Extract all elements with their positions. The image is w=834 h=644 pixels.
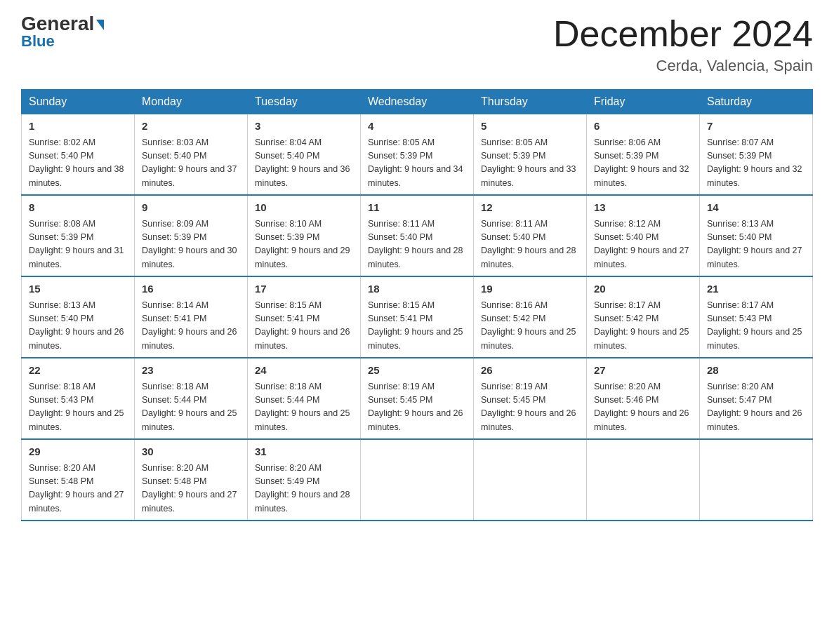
calendar-cell: 12Sunrise: 8:11 AMSunset: 5:40 PMDayligh… (474, 195, 587, 276)
calendar-cell: 18Sunrise: 8:15 AMSunset: 5:41 PMDayligh… (361, 276, 474, 358)
calendar-cell: 29Sunrise: 8:20 AMSunset: 5:48 PMDayligh… (22, 439, 135, 521)
day-info: Sunrise: 8:07 AMSunset: 5:39 PMDaylight:… (707, 136, 805, 191)
calendar-cell: 27Sunrise: 8:20 AMSunset: 5:46 PMDayligh… (587, 358, 700, 439)
day-number: 27 (594, 363, 692, 379)
month-title: December 2024 (553, 14, 813, 54)
day-info: Sunrise: 8:19 AMSunset: 5:45 PMDaylight:… (481, 380, 579, 435)
day-info: Sunrise: 8:20 AMSunset: 5:48 PMDaylight:… (29, 462, 127, 516)
day-info: Sunrise: 8:16 AMSunset: 5:42 PMDaylight:… (481, 299, 579, 354)
header-friday: Friday (587, 90, 700, 114)
day-number: 10 (255, 200, 353, 216)
day-number: 1 (29, 119, 127, 135)
header-monday: Monday (135, 90, 248, 114)
day-number: 2 (142, 119, 240, 135)
calendar-week-row: 1Sunrise: 8:02 AMSunset: 5:40 PMDaylight… (22, 114, 813, 196)
calendar-cell: 6Sunrise: 8:06 AMSunset: 5:39 PMDaylight… (587, 114, 700, 196)
logo: General Blue (21, 14, 104, 51)
calendar-cell: 22Sunrise: 8:18 AMSunset: 5:43 PMDayligh… (22, 358, 135, 439)
day-number: 9 (142, 200, 240, 216)
header-thursday: Thursday (474, 90, 587, 114)
calendar-cell: 4Sunrise: 8:05 AMSunset: 5:39 PMDaylight… (361, 114, 474, 196)
day-info: Sunrise: 8:05 AMSunset: 5:39 PMDaylight:… (481, 136, 579, 191)
day-info: Sunrise: 8:15 AMSunset: 5:41 PMDaylight:… (368, 299, 466, 354)
day-number: 30 (142, 444, 240, 460)
calendar-cell: 8Sunrise: 8:08 AMSunset: 5:39 PMDaylight… (22, 195, 135, 276)
calendar-week-row: 15Sunrise: 8:13 AMSunset: 5:40 PMDayligh… (22, 276, 813, 358)
day-number: 24 (255, 363, 353, 379)
calendar-cell: 28Sunrise: 8:20 AMSunset: 5:47 PMDayligh… (700, 358, 813, 439)
page-header: General Blue December 2024 Cerda, Valenc… (21, 14, 813, 75)
day-info: Sunrise: 8:06 AMSunset: 5:39 PMDaylight:… (594, 136, 692, 191)
calendar-cell: 20Sunrise: 8:17 AMSunset: 5:42 PMDayligh… (587, 276, 700, 358)
day-info: Sunrise: 8:02 AMSunset: 5:40 PMDaylight:… (29, 136, 127, 191)
day-number: 3 (255, 119, 353, 135)
day-number: 25 (368, 363, 466, 379)
day-info: Sunrise: 8:05 AMSunset: 5:39 PMDaylight:… (368, 136, 466, 191)
day-number: 4 (368, 119, 466, 135)
calendar-cell: 16Sunrise: 8:14 AMSunset: 5:41 PMDayligh… (135, 276, 248, 358)
day-info: Sunrise: 8:15 AMSunset: 5:41 PMDaylight:… (255, 299, 353, 354)
day-info: Sunrise: 8:20 AMSunset: 5:47 PMDaylight:… (707, 380, 805, 435)
calendar-week-row: 29Sunrise: 8:20 AMSunset: 5:48 PMDayligh… (22, 439, 813, 521)
day-info: Sunrise: 8:20 AMSunset: 5:49 PMDaylight:… (255, 462, 353, 516)
day-number: 17 (255, 281, 353, 297)
calendar-cell: 1Sunrise: 8:02 AMSunset: 5:40 PMDaylight… (22, 114, 135, 196)
day-number: 18 (368, 281, 466, 297)
day-number: 28 (707, 363, 805, 379)
logo-top-text: General (21, 14, 104, 34)
day-number: 13 (594, 200, 692, 216)
day-info: Sunrise: 8:03 AMSunset: 5:40 PMDaylight:… (142, 136, 240, 191)
day-info: Sunrise: 8:04 AMSunset: 5:40 PMDaylight:… (255, 136, 353, 191)
day-info: Sunrise: 8:13 AMSunset: 5:40 PMDaylight:… (29, 299, 127, 354)
day-number: 29 (29, 444, 127, 460)
day-number: 23 (142, 363, 240, 379)
logo-bottom-text: Blue (21, 32, 55, 51)
calendar-cell: 5Sunrise: 8:05 AMSunset: 5:39 PMDaylight… (474, 114, 587, 196)
day-info: Sunrise: 8:11 AMSunset: 5:40 PMDaylight:… (481, 217, 579, 272)
day-info: Sunrise: 8:09 AMSunset: 5:39 PMDaylight:… (142, 217, 240, 272)
calendar-week-row: 22Sunrise: 8:18 AMSunset: 5:43 PMDayligh… (22, 358, 813, 439)
calendar-cell: 13Sunrise: 8:12 AMSunset: 5:40 PMDayligh… (587, 195, 700, 276)
calendar-cell: 23Sunrise: 8:18 AMSunset: 5:44 PMDayligh… (135, 358, 248, 439)
header-tuesday: Tuesday (248, 90, 361, 114)
day-number: 11 (368, 200, 466, 216)
day-info: Sunrise: 8:18 AMSunset: 5:43 PMDaylight:… (29, 380, 127, 435)
day-number: 7 (707, 119, 805, 135)
day-info: Sunrise: 8:10 AMSunset: 5:39 PMDaylight:… (255, 217, 353, 272)
day-info: Sunrise: 8:13 AMSunset: 5:40 PMDaylight:… (707, 217, 805, 272)
calendar-cell: 21Sunrise: 8:17 AMSunset: 5:43 PMDayligh… (700, 276, 813, 358)
day-number: 26 (481, 363, 579, 379)
day-info: Sunrise: 8:18 AMSunset: 5:44 PMDaylight:… (142, 380, 240, 435)
day-number: 21 (707, 281, 805, 297)
calendar-cell: 11Sunrise: 8:11 AMSunset: 5:40 PMDayligh… (361, 195, 474, 276)
day-number: 20 (594, 281, 692, 297)
calendar-cell: 19Sunrise: 8:16 AMSunset: 5:42 PMDayligh… (474, 276, 587, 358)
day-number: 5 (481, 119, 579, 135)
calendar-cell: 2Sunrise: 8:03 AMSunset: 5:40 PMDaylight… (135, 114, 248, 196)
calendar-cell: 31Sunrise: 8:20 AMSunset: 5:49 PMDayligh… (248, 439, 361, 521)
calendar-cell: 26Sunrise: 8:19 AMSunset: 5:45 PMDayligh… (474, 358, 587, 439)
day-number: 31 (255, 444, 353, 460)
calendar-week-row: 8Sunrise: 8:08 AMSunset: 5:39 PMDaylight… (22, 195, 813, 276)
day-number: 15 (29, 281, 127, 297)
day-info: Sunrise: 8:12 AMSunset: 5:40 PMDaylight:… (594, 217, 692, 272)
calendar-table: SundayMondayTuesdayWednesdayThursdayFrid… (21, 89, 813, 521)
day-info: Sunrise: 8:17 AMSunset: 5:42 PMDaylight:… (594, 299, 692, 354)
calendar-cell (474, 439, 587, 521)
calendar-header-row: SundayMondayTuesdayWednesdayThursdayFrid… (22, 90, 813, 114)
calendar-cell: 30Sunrise: 8:20 AMSunset: 5:48 PMDayligh… (135, 439, 248, 521)
day-number: 14 (707, 200, 805, 216)
day-info: Sunrise: 8:20 AMSunset: 5:46 PMDaylight:… (594, 380, 692, 435)
day-info: Sunrise: 8:11 AMSunset: 5:40 PMDaylight:… (368, 217, 466, 272)
day-number: 8 (29, 200, 127, 216)
day-info: Sunrise: 8:08 AMSunset: 5:39 PMDaylight:… (29, 217, 127, 272)
calendar-cell: 15Sunrise: 8:13 AMSunset: 5:40 PMDayligh… (22, 276, 135, 358)
location-text: Cerda, Valencia, Spain (553, 57, 813, 75)
day-info: Sunrise: 8:19 AMSunset: 5:45 PMDaylight:… (368, 380, 466, 435)
day-number: 6 (594, 119, 692, 135)
day-info: Sunrise: 8:20 AMSunset: 5:48 PMDaylight:… (142, 462, 240, 516)
calendar-cell: 17Sunrise: 8:15 AMSunset: 5:41 PMDayligh… (248, 276, 361, 358)
calendar-cell: 25Sunrise: 8:19 AMSunset: 5:45 PMDayligh… (361, 358, 474, 439)
day-number: 12 (481, 200, 579, 216)
calendar-cell: 14Sunrise: 8:13 AMSunset: 5:40 PMDayligh… (700, 195, 813, 276)
